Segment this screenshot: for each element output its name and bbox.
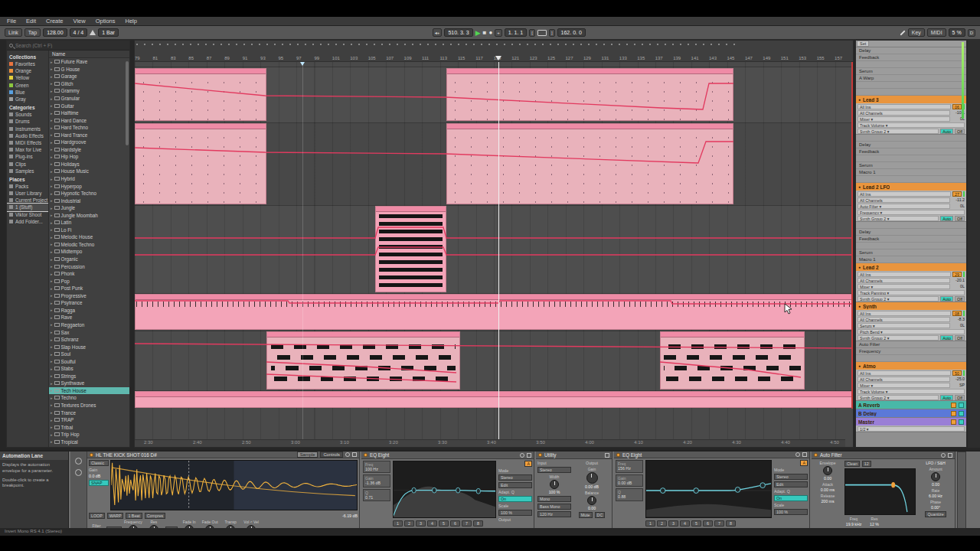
overdub-button[interactable]: + [495,29,502,37]
warp-mode-chooser[interactable]: Compres [145,513,166,519]
bass-mono-toggle[interactable]: Bass Mono [537,504,571,510]
parameter-chooser[interactable]: Pitch Bend ▾ [858,329,965,334]
track-name[interactable]: Master [856,418,966,425]
group-chooser[interactable]: Synth Group 2 ▾ [858,129,939,134]
quantization-menu[interactable]: 1 Bar [98,28,119,37]
folder-item[interactable]: ▸ Trip Hop [49,431,129,439]
category-item[interactable]: Plug-ins [7,153,48,160]
automation-sublane-label[interactable] [856,135,966,142]
eq-band-button[interactable]: 5 [439,520,449,527]
send-value-chip[interactable]: 50 [952,370,962,376]
clip[interactable] [135,391,852,408]
band-gain-field[interactable]: Gain0.00 dB [616,474,643,487]
filter-display[interactable] [844,468,916,515]
edit-button[interactable]: Edit [774,481,808,487]
automation-off-chip[interactable]: Off [955,129,965,134]
edit-button[interactable]: Edit [498,482,532,488]
beat-time-ruler[interactable]: 7981838587899193959799101103105107109111… [135,41,853,62]
collection-item[interactable]: Yellow [7,74,48,81]
eq-band-button[interactable]: 2 [657,520,667,527]
scale-field[interactable]: 100 % [774,509,808,515]
device-view-icon[interactable] [75,469,82,476]
record-button[interactable]: ● [488,29,492,36]
folder-item[interactable]: ▸ Jungle Moombah [49,211,129,219]
stop-button[interactable]: ■ [483,29,487,36]
parameter-chooser[interactable]: Track Panning ▾ [858,290,965,295]
automation-sublane-label[interactable]: Serum [856,68,966,75]
width-knob[interactable] [550,480,559,489]
eq-curve-display[interactable] [393,461,496,518]
parameter-chooser[interactable]: Track Volume ▾ [858,389,965,394]
track-chip[interactable] [951,419,956,425]
group-chooser[interactable]: Synth Group 2 ▾ [858,335,939,341]
mono-toggle[interactable]: Mono [537,496,571,502]
automation-on-chip[interactable]: Auto [940,216,953,221]
track-header[interactable]: ●Lead 2 LFOAll Ins27All Channels-11.2Aut… [856,183,966,222]
place-item[interactable]: 1 (Stuff) [7,204,48,210]
eq-band-button[interactable]: 5 [691,520,701,527]
collection-item[interactable]: Favorites [7,60,48,67]
clip-title-bar[interactable] [136,124,266,129]
folder-item[interactable]: ▸ Tech House [49,387,129,395]
draw-mode-icon[interactable] [900,30,905,35]
volume-value[interactable]: -20.1 [952,278,965,282]
collection-item[interactable]: Orange [7,67,48,74]
folder-item[interactable]: ▸ Garage [49,73,129,80]
folder-item[interactable]: ▸ Progressive [49,292,129,300]
folder-item[interactable]: ▸ Glitch [49,80,129,88]
pan-value[interactable]: 0L [952,204,965,208]
folder-item[interactable]: ▸ Organic [49,256,129,263]
menu-item[interactable]: Help [126,18,137,24]
category-item[interactable]: MIDI Effects [7,139,48,146]
folder-item[interactable]: ▸ Melodic House [49,233,129,241]
mute-toggle[interactable]: Mute [579,512,593,518]
automation-sublane-label[interactable]: Macro 1 [856,256,966,263]
hot-swap-icon[interactable] [345,452,350,457]
automation-sublane-label[interactable]: Delay [856,229,966,236]
folder-item[interactable]: ▸ Techno [49,394,129,402]
folder-item[interactable]: ▸ Halftime [49,109,129,117]
eq-band-button[interactable]: 4 [680,520,690,527]
return-track-header[interactable]: B Delay [856,409,966,418]
folder-item[interactable]: ▸ House Music [49,168,129,175]
attack-value[interactable]: 0.00 ms [821,487,835,492]
gain-knob[interactable] [586,472,598,484]
automation-sublane-label[interactable]: Delay [856,142,966,148]
loop-chip[interactable]: LOOP [89,513,105,519]
collection-item[interactable]: Green [7,82,48,89]
folder-item[interactable]: ▸ Hyperpop [49,182,129,190]
phase-value[interactable]: 0.00° [931,505,940,510]
clip[interactable] [135,68,266,121]
eq-band-button[interactable]: 2 [404,520,414,527]
folder-item[interactable]: ▸ Tribal [49,423,129,431]
menu-item[interactable]: File [7,18,16,24]
waveform-display[interactable] [110,460,358,510]
metronome-icon[interactable] [90,30,96,35]
eq-band-button[interactable]: 8 [726,520,736,527]
automation-sublane-label[interactable]: Serum [856,249,966,256]
folder-item[interactable]: ▸ Strings [49,373,129,380]
tab-controls[interactable]: Controls [320,452,343,458]
clip[interactable] [375,206,446,292]
folder-item[interactable]: ▸ Slap House [49,343,129,350]
collection-item[interactable]: Blue [7,89,48,96]
folder-item[interactable]: ▸ Synthwave [49,380,129,387]
collapsed-device[interactable] [957,452,966,530]
clip[interactable] [135,294,852,330]
unfold-icon[interactable]: ● [858,97,861,102]
folder-item[interactable]: ▸ Future Rave [49,58,129,66]
return-track-header[interactable]: A Reverb [856,401,966,409]
automation-sublane-label[interactable]: Serum [856,162,966,169]
eq-band-button[interactable]: 6 [450,520,460,527]
snap-chip[interactable]: SNAP [89,480,109,486]
master-track-header[interactable]: Master1/2 ▾ [856,418,966,432]
folder-item[interactable]: ▸ Percussion [49,262,129,270]
hot-swap-icon[interactable] [520,453,524,458]
mode-chooser[interactable]: Stereo [498,474,532,481]
folder-item[interactable]: ▸ Hypnotic Techno [49,190,129,197]
envelope-knob[interactable] [823,466,832,475]
folder-item[interactable]: ▸ Sax [49,328,129,336]
key-map-button[interactable]: Key [908,28,925,37]
folder-item[interactable]: ▸ Rave [49,314,129,321]
unfold-icon[interactable]: ● [858,184,861,189]
